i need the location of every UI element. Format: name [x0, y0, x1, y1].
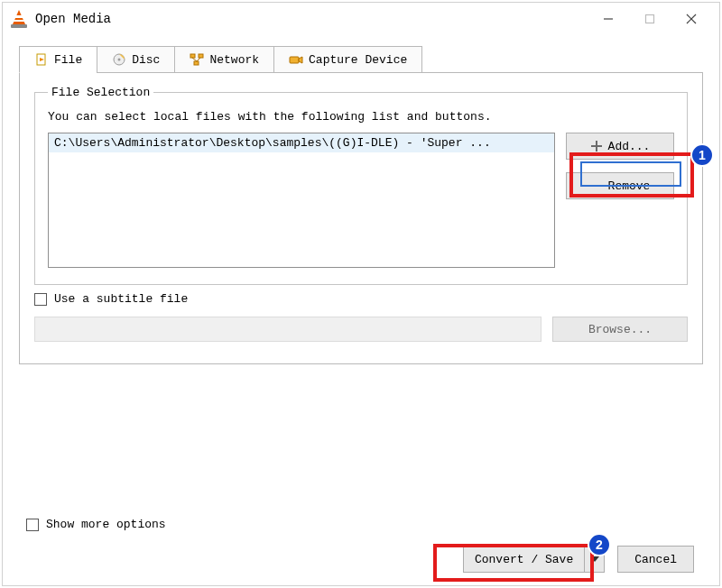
- annotation-badge-1: 1: [690, 143, 714, 167]
- file-selection-legend: File Selection: [48, 86, 153, 99]
- tab-file[interactable]: File: [19, 46, 97, 73]
- svg-marker-14: [299, 57, 302, 63]
- file-list-item[interactable]: C:\Users\Administrator\Desktop\samples\(…: [49, 133, 554, 152]
- tab-bar: File Disc Network Capture Device: [19, 46, 703, 73]
- svg-rect-8: [190, 54, 195, 58]
- tab-panel-file: File Selection You can select local file…: [19, 72, 703, 364]
- titlebar: Open Media: [3, 3, 719, 35]
- tab-disc[interactable]: Disc: [97, 46, 175, 73]
- convert-save-label: Convert / Save: [464, 547, 584, 572]
- capture-icon: [289, 52, 303, 67]
- tab-network[interactable]: Network: [174, 46, 274, 73]
- show-more-options-row[interactable]: Show more options: [26, 518, 166, 531]
- subtitle-checkbox-label: Use a subtitle file: [54, 292, 188, 306]
- file-list[interactable]: C:\Users\Administrator\Desktop\samples\(…: [48, 133, 555, 268]
- tab-label: Capture Device: [309, 53, 407, 67]
- maximize-button: [629, 5, 671, 32]
- plus-icon: [590, 140, 603, 152]
- disc-icon: [112, 52, 126, 67]
- tab-label: Disc: [132, 53, 160, 67]
- show-more-checkbox[interactable]: [26, 519, 39, 531]
- cancel-label: Cancel: [634, 553, 677, 566]
- tab-capture-device[interactable]: Capture Device: [273, 46, 422, 73]
- file-selection-hint: You can select local files with the foll…: [48, 110, 674, 124]
- close-button[interactable]: [671, 5, 712, 32]
- file-selection-group: File Selection You can select local file…: [34, 86, 688, 285]
- show-more-label: Show more options: [46, 518, 166, 531]
- svg-rect-10: [194, 61, 199, 65]
- network-icon: [190, 52, 204, 67]
- svg-line-11: [192, 58, 197, 61]
- subtitle-path-input: [34, 317, 542, 342]
- minus-icon: [590, 179, 603, 192]
- minimize-button[interactable]: [588, 5, 629, 32]
- remove-button-label: Remove: [608, 179, 651, 193]
- add-button[interactable]: Add...: [566, 133, 674, 160]
- subtitle-checkbox[interactable]: [34, 293, 47, 306]
- svg-rect-13: [290, 57, 299, 63]
- tab-label: File: [54, 53, 82, 67]
- subtitle-checkbox-row[interactable]: Use a subtitle file: [34, 292, 688, 306]
- browse-subtitle-button: Browse...: [552, 317, 688, 342]
- svg-point-7: [118, 59, 121, 61]
- convert-save-button[interactable]: Convert / Save: [463, 546, 605, 573]
- cancel-button[interactable]: Cancel: [617, 546, 694, 573]
- chevron-down-icon: [590, 556, 599, 562]
- annotation-badge-2: 2: [588, 533, 611, 556]
- vlc-cone-icon: [10, 10, 28, 28]
- svg-rect-9: [199, 54, 203, 58]
- svg-line-12: [197, 58, 200, 61]
- file-icon: [34, 52, 49, 67]
- remove-button[interactable]: Remove: [566, 172, 674, 199]
- tab-label: Network: [209, 53, 259, 67]
- window-title: Open Media: [35, 12, 111, 26]
- svg-rect-1: [646, 15, 654, 23]
- add-button-label: Add...: [608, 140, 651, 153]
- browse-label: Browse...: [588, 323, 652, 336]
